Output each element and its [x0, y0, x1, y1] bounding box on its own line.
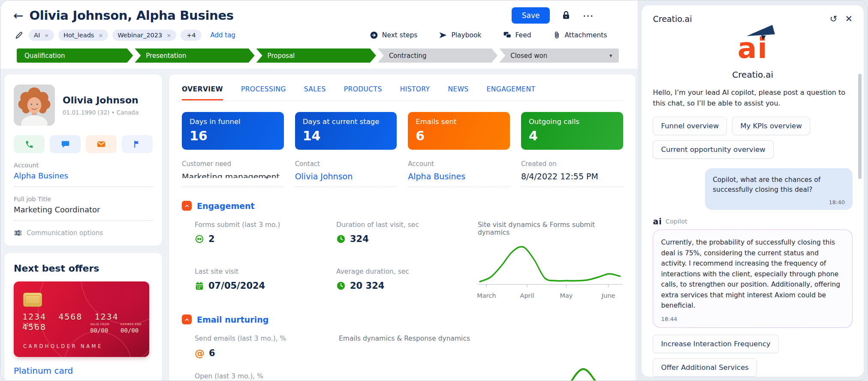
metric-value: 6: [416, 128, 502, 143]
tab-overview[interactable]: OVERVIEW: [182, 83, 223, 100]
tab-products[interactable]: PRODUCTS: [344, 83, 382, 100]
envelope-icon: [96, 139, 106, 149]
tag-label: AI: [34, 32, 40, 39]
chart-title: Site visit dynamics & Forms submit dynam…: [478, 221, 623, 236]
copilot-message-label: ai Copilot: [653, 217, 853, 226]
tag-close-icon[interactable]: ×: [166, 32, 171, 39]
platinum-card-link[interactable]: Platinum card: [14, 366, 153, 376]
tab-processing[interactable]: PROCESSING: [241, 83, 286, 100]
increase-interaction-frequency-button[interactable]: Increase Interaction Frequency: [653, 335, 778, 353]
stage-label: Closed won: [510, 52, 547, 60]
paperclip-icon: [553, 31, 561, 39]
metric-label: Days in funnel: [190, 118, 276, 126]
tag-icon: [14, 30, 24, 40]
lock-icon[interactable]: [561, 10, 571, 21]
my-kpis-overview-button[interactable]: My KPIs overview: [732, 117, 810, 135]
tab-history[interactable]: HISTORY: [400, 83, 430, 100]
offer-additional-services-button[interactable]: Offer Additional Services: [653, 358, 756, 377]
save-button[interactable]: Save: [512, 7, 550, 24]
refresh-icon[interactable]: ↺: [830, 14, 838, 24]
account-link[interactable]: Alpha Busines: [14, 171, 153, 180]
field-label: Account: [408, 160, 510, 168]
stage-closed-won[interactable]: Closed won▾: [499, 48, 619, 63]
stage-contracting[interactable]: Contracting: [378, 48, 497, 63]
forms-sync-icon: [195, 234, 204, 244]
stat-label: Last site visit: [195, 268, 336, 275]
tag-label: Hot_leads: [63, 32, 94, 39]
creatio-ai-logo-block: ai Creatio.ai: [653, 34, 853, 80]
metric-tiles: Days in funnel 16 Days at current stage …: [182, 112, 623, 150]
tab-engagement[interactable]: ENGAGEMENT: [487, 83, 536, 100]
quick-actions: Next steps Playbook Feed Attachments: [370, 31, 607, 39]
stage-label: Presentation: [146, 52, 186, 60]
email-nurturing-body: Send emails (last 3 mo.), % @6 Open (las…: [182, 335, 623, 381]
chat-bubble-icon: [61, 140, 70, 149]
metric-label: Days at current stage: [303, 118, 389, 126]
field-account: Account Alpha Busines: [408, 160, 510, 187]
tab-sales[interactable]: SALES: [304, 83, 326, 100]
next-steps-label: Next steps: [382, 31, 418, 39]
engagement-body: Forms submit (last 3 mo.) 2 Duration of …: [182, 221, 623, 301]
tag-close-icon[interactable]: ×: [44, 32, 49, 39]
back-arrow-icon[interactable]: ←: [13, 9, 23, 23]
copilot-panel-title: Creatio.ai: [653, 14, 692, 24]
call-button[interactable]: [14, 135, 45, 153]
feed-button[interactable]: Feed: [503, 31, 531, 39]
stat-value: 20 324: [350, 281, 384, 291]
email-button[interactable]: [86, 135, 117, 153]
feed-label: Feed: [515, 31, 531, 39]
tab-news[interactable]: NEWS: [448, 83, 468, 100]
playbook-button[interactable]: Playbook: [439, 31, 481, 39]
field-created-on: Created on 8/4/2022 12:55 PM: [521, 160, 623, 187]
flag-button[interactable]: [122, 135, 153, 153]
collapse-icon[interactable]: [182, 201, 192, 211]
play-arrow-icon: [439, 31, 447, 39]
cardholder-name: CARDHOLDER NAME: [23, 343, 103, 349]
x-label-may: May: [560, 292, 573, 299]
stage-proposal[interactable]: Proposal: [256, 48, 376, 63]
scrollbar-thumb[interactable]: [858, 74, 862, 179]
communication-options-button[interactable]: Communication options: [14, 229, 153, 237]
dropdown-caret-icon[interactable]: ▾: [266, 175, 268, 181]
tag-chip[interactable]: Hot_leads×: [58, 30, 108, 41]
copilot-reply-time: 18:44: [661, 316, 844, 322]
copilot-reply-bubble: Currently, the probability of successful…: [653, 230, 853, 328]
account-link[interactable]: Alpha Busines: [408, 172, 510, 181]
tag-chip[interactable]: Webinar_2023×: [112, 30, 176, 41]
field-customer-need[interactable]: Customer need Marketing management ▾: [182, 160, 284, 187]
contact-actions: [14, 135, 153, 153]
user-message-time: 18:40: [713, 199, 845, 206]
tag-more-chip[interactable]: +4: [181, 30, 202, 41]
email-nurturing-section-header: Email nurturing: [182, 314, 623, 324]
copilot-name: Copilot: [666, 218, 687, 225]
copilot-action-buttons: Increase Interaction Frequency Offer Add…: [653, 335, 853, 377]
site-visit-chart: Site visit dynamics & Forms submit dynam…: [478, 221, 623, 301]
field-label: Created on: [521, 160, 623, 168]
current-opportunity-overview-button[interactable]: Current opportunity overview: [653, 140, 773, 159]
at-sign-icon: @: [195, 348, 205, 359]
contact-link[interactable]: Olivia Johnson: [295, 172, 397, 181]
x-label-march: March: [477, 292, 496, 299]
tag-close-icon[interactable]: ×: [98, 32, 103, 39]
next-steps-button[interactable]: Next steps: [370, 31, 418, 39]
close-icon[interactable]: ✕: [845, 14, 853, 24]
valid-from-label: VALID FROM: [90, 323, 109, 326]
page-header: ← Olivia Johnson, Alpha Busines Save ⋯ A…: [0, 0, 638, 63]
stat-last-site-visit: Last site visit 07/05/2024: [195, 268, 336, 301]
funnel-overview-button[interactable]: Funnel overview: [653, 117, 727, 135]
attachments-button[interactable]: Attachments: [553, 31, 607, 39]
more-menu-icon[interactable]: ⋯: [582, 9, 594, 22]
chart-x-labels: March April May June: [478, 292, 623, 301]
stat-label: Forms submit (last 3 mo.): [195, 221, 336, 229]
add-tag-button[interactable]: Add tag: [210, 31, 235, 39]
engagement-section-header: Engagement: [182, 201, 623, 211]
stage-presentation[interactable]: Presentation: [135, 48, 254, 63]
metric-emails-sent: Emails sent 6: [408, 112, 510, 150]
tag-label: Webinar_2023: [118, 32, 162, 39]
account-label: Account: [14, 162, 153, 169]
collapse-icon[interactable]: [182, 314, 192, 324]
stage-caret-icon[interactable]: ▾: [609, 52, 612, 59]
tag-chip[interactable]: AI×: [29, 30, 54, 41]
chat-button[interactable]: [50, 135, 81, 153]
stage-qualification[interactable]: Qualification: [17, 48, 133, 63]
